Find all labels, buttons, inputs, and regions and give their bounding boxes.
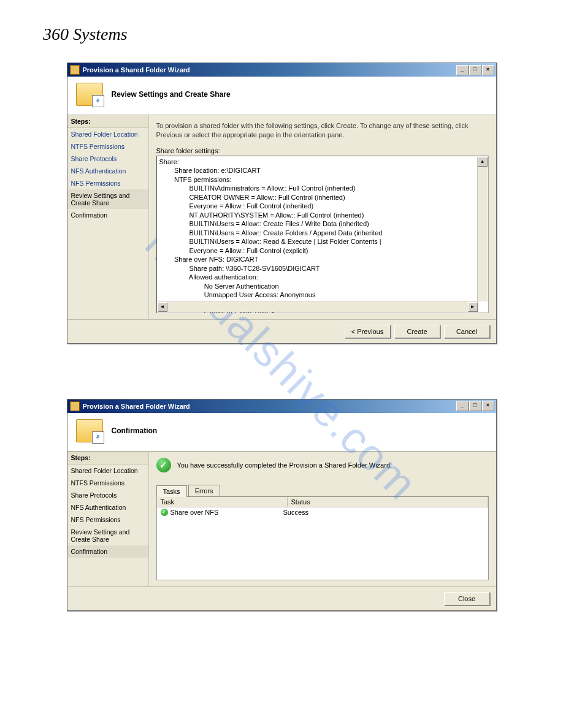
tab-errors[interactable]: Errors <box>188 485 220 496</box>
sidebar-step[interactable]: NFS Permissions <box>67 177 148 189</box>
create-button[interactable]: Create <box>394 325 440 338</box>
folder-share-icon: ⚘ <box>76 83 103 106</box>
steps-sidebar: Steps: Shared Folder LocationNTFS Permis… <box>67 115 149 319</box>
maximize-button[interactable]: □ <box>469 401 481 411</box>
page-title: Confirmation <box>112 427 158 435</box>
task-status: Success <box>283 509 484 516</box>
cancel-button[interactable]: Cancel <box>444 325 490 338</box>
button-row: < Previous Create Cancel <box>67 319 496 343</box>
folder-share-icon: ⚘ <box>76 419 103 442</box>
settings-label: Share folder settings: <box>156 147 489 154</box>
window-title: Provision a Shared Folder Wizard <box>83 66 456 74</box>
horizontal-scrollbar[interactable]: ◄ ► <box>158 301 478 312</box>
col-status-header[interactable]: Status <box>288 497 488 507</box>
settings-textbox[interactable]: Share: Share location: e:\DIGICART NTFS … <box>156 156 489 313</box>
page-title: Review Settings and Create Share <box>112 90 231 99</box>
sidebar-step: NFS Authentication <box>67 501 148 514</box>
success-banner: ✓ You have successfully completed the Pr… <box>156 458 489 472</box>
task-success-icon: ✓ <box>161 509 168 516</box>
titlebar: Provision a Shared Folder Wizard _ □ × <box>67 400 496 413</box>
task-row: ✓ Share over NFS Success <box>157 507 488 517</box>
sidebar-step: Confirmation <box>67 209 148 221</box>
sidebar-step[interactable]: Share Protocols <box>67 153 148 165</box>
close-button[interactable]: × <box>482 401 494 411</box>
minimize-button[interactable]: _ <box>456 65 469 75</box>
sidebar-step: Review Settings and Create Share <box>67 189 148 209</box>
sidebar-step: Review Settings and Create Share <box>67 526 148 545</box>
people-icon: ⚘ <box>92 431 104 444</box>
content-pane: To provision a shared folder with the fo… <box>149 115 496 319</box>
content-pane: ✓ You have successfully completed the Pr… <box>149 452 496 586</box>
maximize-button[interactable]: □ <box>469 65 481 75</box>
sidebar-step: NFS Permissions <box>67 514 148 526</box>
steps-sidebar: Steps: Shared Folder LocationNTFS Permis… <box>67 452 149 586</box>
titlebar: Provision a Shared Folder Wizard _ □ × <box>67 63 496 77</box>
window-title: Provision a Shared Folder Wizard <box>83 403 456 410</box>
task-name: Share over NFS <box>170 509 219 516</box>
wizard-header: ⚘ Review Settings and Create Share <box>67 77 496 115</box>
scroll-left-icon[interactable]: ◄ <box>158 302 167 312</box>
settings-content: Share: Share location: e:\DIGICART NTFS … <box>157 156 488 313</box>
previous-button[interactable]: < Previous <box>345 325 391 338</box>
sidebar-step[interactable]: NFS Authentication <box>67 165 148 177</box>
sidebar-step: NTFS Permissions <box>67 477 148 489</box>
steps-heading: Steps: <box>67 452 148 464</box>
sidebar-step[interactable]: Shared Folder Location <box>67 128 148 140</box>
success-check-icon: ✓ <box>156 458 171 472</box>
tab-tasks[interactable]: Tasks <box>156 485 187 497</box>
instruction-text: To provision a shared folder with the fo… <box>156 121 489 140</box>
col-task-header[interactable]: Task <box>157 497 288 507</box>
wizard-window-review: Provision a Shared Folder Wizard _ □ × ⚘… <box>67 63 497 344</box>
scroll-up-icon[interactable]: ▲ <box>478 157 488 167</box>
close-button[interactable]: Close <box>444 592 490 605</box>
wizard-header: ⚘ Confirmation <box>67 413 496 452</box>
task-list-header: Task Status <box>157 497 488 507</box>
sidebar-step[interactable]: NTFS Permissions <box>67 140 148 153</box>
sidebar-step: Confirmation <box>67 545 148 558</box>
steps-heading: Steps: <box>67 115 148 128</box>
success-message: You have successfully completed the Prov… <box>177 461 393 469</box>
results-tabs: Tasks Errors Task Status ✓ Share over NF… <box>156 485 489 580</box>
logo: 360 Systems <box>0 25 563 63</box>
app-icon <box>70 401 80 411</box>
close-button[interactable]: × <box>482 65 494 75</box>
scroll-right-icon[interactable]: ► <box>468 302 478 312</box>
app-icon <box>70 65 80 75</box>
sidebar-step: Share Protocols <box>67 489 148 501</box>
sidebar-step: Shared Folder Location <box>67 464 148 477</box>
minimize-button[interactable]: _ <box>456 401 469 411</box>
vertical-scrollbar[interactable]: ▲ <box>477 157 488 301</box>
wizard-window-confirmation: Provision a Shared Folder Wizard _ □ × ⚘… <box>67 399 497 611</box>
task-list: Task Status ✓ Share over NFS Success <box>156 497 489 580</box>
people-icon: ⚘ <box>92 95 104 107</box>
button-row: Close <box>67 586 496 610</box>
